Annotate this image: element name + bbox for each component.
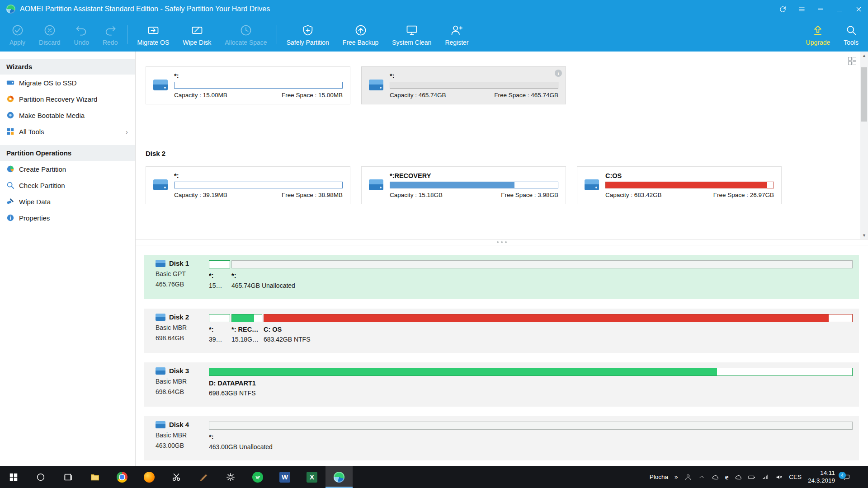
cloud-icon[interactable] [712,474,719,481]
sidebar-item-create-partition[interactable]: Create Partition [0,161,135,177]
firefox-button[interactable] [136,466,163,488]
allocate-space-button[interactable]: Allocate Space [218,18,274,52]
disk-row-4[interactable]: Disk 4 Basic MBR 463.00GB *: 463.00GB Un… [144,416,859,460]
paintbrush-icon [198,472,208,482]
register-button[interactable]: Register [438,18,475,52]
volume-muted-icon[interactable] [775,474,783,481]
undo-button[interactable]: Undo [67,18,96,52]
clock[interactable]: 14:11 24.3.2019 [808,469,835,485]
shield-plus-icon [302,24,314,37]
usage-bar [174,82,343,89]
disk1-cards-row: *: Capacity : 15.00MB Free Space : 15.00… [146,66,845,104]
panel-splitter[interactable] [136,239,868,245]
sidebar-item-properties[interactable]: Properties [0,210,135,226]
partition-block[interactable]: *: REC… 15.18G… [231,313,262,353]
sidebar-gap [0,140,135,145]
aomei-taskbar-button[interactable] [326,466,353,488]
sidebar-item-partition-recovery-wizard[interactable]: Partition Recovery Wizard [0,91,135,107]
minimize-button[interactable] [811,0,830,18]
check-partition-magnifier-icon [6,181,14,189]
window-title: AOMEI Partition Assistant Standard Editi… [20,5,270,13]
discard-x-icon [43,24,56,37]
partition-block[interactable]: *: 463.00GB Unallocated [209,421,853,460]
partition-label: *: [209,326,230,333]
partition-card[interactable]: *: Capacity : 15.00MB Free Space : 15.00… [146,66,350,104]
disk-name: Disk 4 [169,421,189,428]
spotify-button[interactable] [244,466,271,488]
usage-bar [605,182,774,188]
toolbar-overflow-chevron[interactable]: » [675,474,678,480]
tools-button[interactable]: Tools [837,18,865,52]
refresh-button[interactable] [773,0,792,18]
migrate-os-button[interactable]: Migrate OS [130,18,176,52]
disk-name: Disk 1 [169,259,189,267]
redo-button[interactable]: Redo [96,18,124,52]
people-icon[interactable] [684,474,692,481]
sidebar-item-check-partition[interactable]: Check Partition [0,177,135,193]
partition-block[interactable]: *: 39… [209,313,230,353]
snipping-tool-button[interactable] [163,466,190,488]
onedrive-cloud-icon[interactable] [735,474,742,481]
search-button[interactable] [27,466,54,488]
word-button[interactable]: W [271,466,298,488]
wipe-disk-button[interactable]: Wipe Disk [176,18,218,52]
upgrade-button[interactable]: Upgrade [799,18,837,52]
info-icon[interactable]: i [555,70,562,77]
edge-icon[interactable]: e [725,473,729,482]
apply-button[interactable]: Apply [3,18,32,52]
disk-row-3[interactable]: Disk 3 Basic MBR 698.64GB D: DATAPART1 6… [144,362,859,407]
discard-button[interactable]: Discard [32,18,67,52]
upper-scrollbar[interactable]: ▲ ▼ [860,52,868,239]
all-tools-grid-icon [6,127,14,136]
settings-app-button[interactable] [217,466,244,488]
usage-bar [390,182,558,188]
partition-card[interactable]: *:RECOVERY Capacity : 15.18GB Free Space… [361,166,566,204]
view-toggle-icon[interactable] [848,57,856,65]
folder-icon [90,472,100,482]
bootable-media-icon [6,111,14,119]
disk-row-1[interactable]: Disk 1 Basic GPT 465.76GB *: 15… *: 465.… [144,255,859,299]
file-explorer-button[interactable] [81,466,108,488]
partition-card[interactable]: C:OS Capacity : 683.42GB Free Space : 26… [577,166,782,204]
safely-partition-label: Safely Partition [287,39,329,46]
desktop-toolbar-label[interactable]: Plocha [650,474,668,480]
sidebar-item-make-bootable-media[interactable]: Make Bootable Media [0,107,135,123]
notification-center-button[interactable]: 4 [841,474,855,481]
scrollbar-thumb[interactable] [861,67,867,122]
battery-icon[interactable] [748,474,755,481]
sidebar: Wizards Migrate OS to SSD Partition Reco… [0,52,136,466]
free-space-label: Free Space : 38.98MB [282,192,343,198]
partition-block[interactable]: C: OS 683.42GB NTFS [264,313,853,353]
scroll-down-arrow[interactable]: ▼ [860,231,868,239]
sidebar-item-all-tools[interactable]: All Tools › [0,123,135,140]
sidebar-item-migrate-os-to-ssd[interactable]: Migrate OS to SSD [0,75,135,91]
excel-button[interactable]: X [298,466,326,488]
maximize-button[interactable] [830,0,849,18]
sidebar-item-wipe-data[interactable]: Wipe Data [0,193,135,210]
partition-card[interactable]: *: Capacity : 39.19MB Free Space : 38.98… [146,166,350,204]
network-icon[interactable] [762,474,769,481]
chrome-button[interactable] [108,466,136,488]
paint-app-button[interactable] [190,466,217,488]
partition-block[interactable]: *: 15… [209,259,230,299]
partition-card-selected[interactable]: i *: Capacity : 465.74GB Free Space : 46… [361,66,566,104]
disk-size: 698.64GB [156,388,209,395]
menu-button[interactable] [792,0,811,18]
tray-chevron-up-icon[interactable] [698,474,705,481]
disk-row-2[interactable]: Disk 2 Basic MBR 698.64GB *: 39… *: REC…… [144,309,859,353]
partition-name: *: [390,72,558,80]
wizards-section-header: Wizards [0,59,135,75]
partition-block-selected[interactable]: *: 465.74GB Unallocated [231,259,853,299]
scroll-up-arrow[interactable]: ▲ [860,52,868,59]
scrollbar-track[interactable] [860,59,868,231]
safely-partition-button[interactable]: Safely Partition [280,18,336,52]
start-button[interactable] [0,466,27,488]
system-clean-button[interactable]: System Clean [385,18,438,52]
task-view-button[interactable] [54,466,81,488]
close-button[interactable] [849,0,868,18]
language-indicator[interactable]: CES [789,474,802,480]
capacity-label: Capacity : 683.42GB [605,192,662,198]
free-backup-button[interactable]: Free Backup [336,18,385,52]
partition-block[interactable]: D: DATAPART1 698.63GB NTFS [209,367,853,407]
free-space-label: Free Space : 26.97GB [713,192,774,198]
